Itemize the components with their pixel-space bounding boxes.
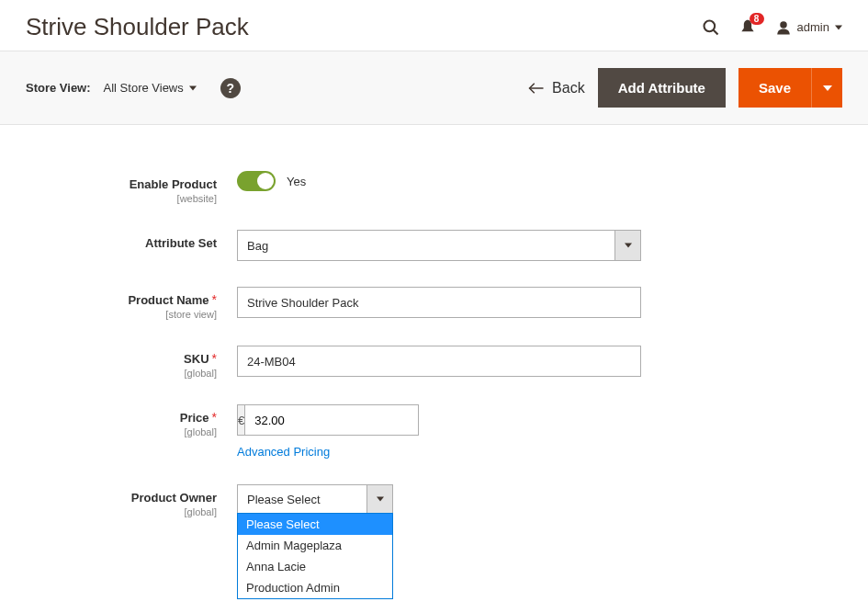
svg-line-1 [713,29,717,34]
sku-scope: [global] [26,368,217,379]
advanced-pricing-link[interactable]: Advanced Pricing [237,445,330,459]
product-name-label: Product Name [128,293,209,307]
arrow-left-icon [528,82,545,95]
product-name-scope: [store view] [26,309,217,320]
price-input[interactable] [244,404,419,436]
user-menu[interactable]: admin [775,19,842,36]
product-owner-selected: Please Select [238,493,330,506]
user-icon [775,19,792,36]
attribute-set-label: Attribute Set [145,236,217,250]
sku-label: SKU [184,352,209,366]
notification-badge: 8 [750,13,764,25]
back-label: Back [552,80,585,96]
help-icon[interactable]: ? [220,78,241,98]
product-owner-select[interactable]: Please Select [237,484,393,514]
page-title: Strive Shoulder Pack [26,13,249,41]
save-dropdown-toggle[interactable] [811,68,842,108]
owner-option[interactable]: Please Select [238,514,392,535]
attribute-set-value: Bag [238,239,277,253]
chevron-down-icon [823,84,832,93]
chevron-down-icon [377,495,384,503]
notifications-icon[interactable]: 8 [738,18,757,37]
price-label: Price [180,411,209,425]
enable-product-label: Enable Product [130,177,217,191]
enable-product-scope: [website] [26,193,217,204]
product-owner-dropdown: Please Select Admin Mageplaza Anna Lacie… [237,513,393,599]
chevron-down-icon [189,85,197,92]
svg-point-2 [780,21,787,28]
search-icon[interactable] [702,18,720,37]
attribute-set-select[interactable]: Bag [237,230,641,261]
username: admin [797,20,829,34]
chevron-down-icon [835,24,842,31]
product-owner-scope: [global] [26,506,217,517]
chevron-down-icon [625,242,632,249]
sku-input[interactable] [237,346,641,377]
back-button[interactable]: Back [528,80,585,96]
enable-product-value: Yes [287,175,306,188]
add-attribute-button[interactable]: Add Attribute [598,68,726,108]
store-view-select[interactable]: All Store Views [104,81,197,95]
price-scope: [global] [26,426,217,437]
svg-point-0 [704,20,715,31]
owner-option[interactable]: Production Admin [238,577,392,598]
currency-symbol: € [237,404,244,436]
product-name-input[interactable] [237,287,641,318]
product-owner-label: Product Owner [131,491,217,505]
owner-option[interactable]: Anna Lacie [238,556,392,577]
save-button[interactable]: Save [738,68,811,108]
enable-product-toggle[interactable] [237,171,276,191]
owner-option[interactable]: Admin Mageplaza [238,535,392,556]
store-view-value: All Store Views [104,81,184,95]
store-view-label: Store View: [26,81,91,95]
